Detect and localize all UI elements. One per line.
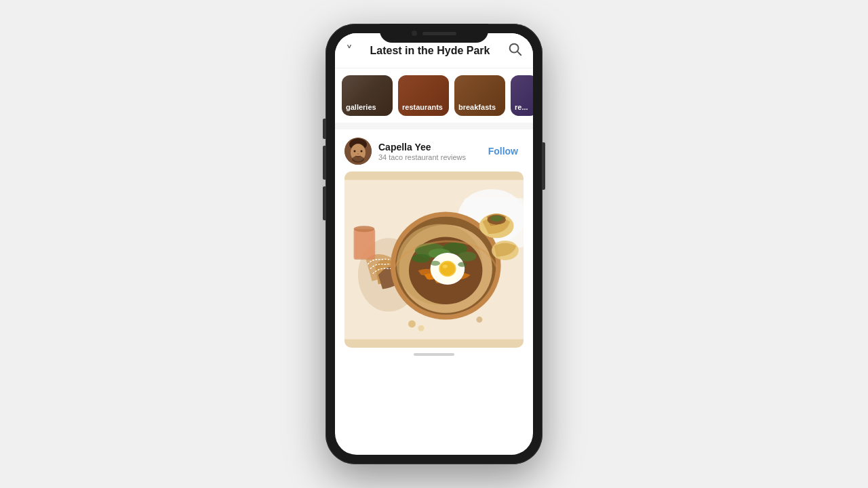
section-divider <box>335 123 533 129</box>
svg-point-6 <box>361 150 363 152</box>
svg-point-29 <box>458 262 467 267</box>
earpiece-speaker <box>422 32 456 35</box>
food-image <box>344 171 524 348</box>
chip-label-restaurants: restaurants <box>402 103 443 112</box>
chip-label-re: re... <box>515 103 528 112</box>
mute-button <box>323 119 326 139</box>
category-chip-re[interactable]: re... <box>511 75 533 116</box>
chip-label-breakfasts: breakfasts <box>458 103 496 112</box>
svg-point-39 <box>354 226 375 232</box>
phone-screen: ˅ Latest in the Hyde Park galleries rest… <box>335 33 533 455</box>
svg-point-32 <box>490 216 502 222</box>
search-icon[interactable] <box>507 41 522 60</box>
svg-point-36 <box>476 317 482 323</box>
home-indicator <box>335 348 533 361</box>
svg-point-5 <box>354 150 356 152</box>
post-user-row: Capella Yee 34 taco restaurant reviews F… <box>344 138 524 165</box>
user-info: Capella Yee 34 taco restaurant reviews <box>378 142 483 161</box>
volume-up-button <box>323 146 326 180</box>
svg-point-8 <box>352 156 364 163</box>
category-strip: galleries restaurants breakfasts re... <box>335 68 533 123</box>
front-camera <box>412 30 417 36</box>
category-chip-restaurants[interactable]: restaurants <box>398 75 449 116</box>
svg-point-26 <box>440 262 455 276</box>
svg-line-1 <box>517 52 521 55</box>
power-button <box>542 142 545 190</box>
svg-rect-38 <box>355 230 374 259</box>
chevron-down-icon[interactable]: ˅ <box>346 43 353 59</box>
home-bar <box>414 353 454 356</box>
category-chip-galleries[interactable]: galleries <box>342 75 393 116</box>
avatar <box>344 138 372 165</box>
svg-point-34 <box>408 321 416 328</box>
svg-point-35 <box>418 325 424 331</box>
svg-point-22 <box>412 254 430 263</box>
category-chip-breakfasts[interactable]: breakfasts <box>454 75 505 116</box>
post-card: Capella Yee 34 taco restaurant reviews F… <box>335 129 533 348</box>
chip-label-galleries: galleries <box>346 103 376 112</box>
user-name: Capella Yee <box>378 142 483 152</box>
svg-point-7 <box>357 153 359 155</box>
follow-button[interactable]: Follow <box>483 143 524 159</box>
page-title: Latest in the Hyde Park <box>353 45 507 57</box>
user-subtitle: 34 taco restaurant reviews <box>378 153 483 161</box>
svg-point-27 <box>443 264 448 268</box>
phone-frame: ˅ Latest in the Hyde Park galleries rest… <box>326 24 542 464</box>
volume-down-button <box>323 186 326 220</box>
phone-notch <box>380 24 488 43</box>
svg-point-28 <box>431 261 440 266</box>
